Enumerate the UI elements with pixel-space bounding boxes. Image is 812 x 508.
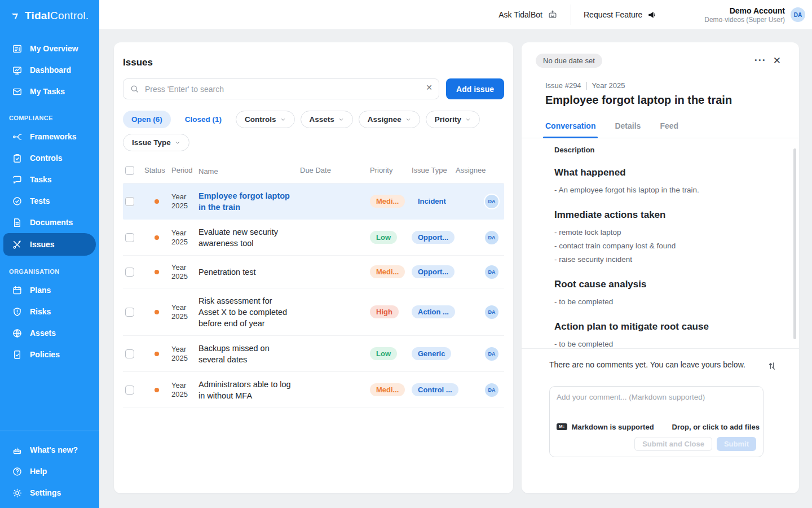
issue-name-link[interactable]: Backups missed on several dates bbox=[198, 343, 300, 365]
section-heading: What happened bbox=[554, 167, 780, 178]
scrollbar-thumb[interactable] bbox=[793, 148, 796, 339]
sidebar-item-tests[interactable]: Tests bbox=[0, 190, 99, 212]
sidebar-item-label: Issues bbox=[30, 240, 55, 249]
filter-closed[interactable]: Closed (1) bbox=[176, 111, 230, 128]
request-feature-button[interactable]: Request Feature bbox=[571, 9, 670, 20]
cake-icon bbox=[12, 445, 23, 456]
issue-number: Issue #294 bbox=[545, 81, 581, 90]
sidebar-item-help[interactable]: Help bbox=[0, 461, 99, 482]
dashboard-icon bbox=[12, 65, 23, 76]
issue-name-link[interactable]: Risk assessment for Asset X to be comple… bbox=[198, 295, 300, 329]
table-row[interactable]: Year 2025 Employee forgot laptop in the … bbox=[123, 183, 504, 220]
chat-bubble-icon bbox=[12, 174, 23, 185]
sidebar-item-issues[interactable]: Issues bbox=[3, 233, 96, 256]
row-checkbox[interactable] bbox=[125, 233, 134, 242]
sidebar-item-frameworks[interactable]: Frameworks bbox=[0, 126, 99, 147]
chevron-down-icon bbox=[465, 117, 471, 122]
description-scroll-area: Description What happened - An employee … bbox=[522, 138, 799, 348]
sidebar-item-label: Tests bbox=[30, 196, 50, 205]
section-line: - An employee forgot his laptop in the t… bbox=[554, 185, 780, 196]
sidebar-item-policies[interactable]: Policies bbox=[0, 344, 99, 365]
issue-type-badge: Incident bbox=[412, 195, 452, 208]
detail-tabs: Conversation Details Feed bbox=[522, 121, 799, 138]
col-header-issue-type: Issue Type bbox=[412, 166, 456, 174]
sort-comments-icon[interactable] bbox=[766, 360, 778, 371]
row-checkbox[interactable] bbox=[125, 197, 134, 206]
filter-assets-dropdown[interactable]: Assets bbox=[301, 111, 353, 128]
table-row[interactable]: Year 2025 Risk assessment for Asset X to… bbox=[123, 288, 504, 336]
add-issue-button[interactable]: Add issue bbox=[446, 78, 504, 99]
issue-name-link[interactable]: Evaluate new security awareness tool bbox=[198, 226, 300, 249]
issue-title: Employee forgot laptop in the train bbox=[545, 94, 785, 107]
more-options-icon[interactable]: ··· bbox=[751, 54, 770, 68]
table-header-row: Status Period Name Due Date Priority Iss… bbox=[123, 164, 504, 183]
search-input[interactable] bbox=[123, 78, 439, 99]
filter-issue-type-dropdown[interactable]: Issue Type bbox=[123, 134, 189, 151]
row-checkbox[interactable] bbox=[125, 386, 134, 395]
ask-tidalbot-button[interactable]: Ask TidalBot bbox=[486, 9, 571, 20]
app-logo[interactable]: TidalControl. bbox=[0, 0, 99, 30]
sidebar-item-documents[interactable]: Documents bbox=[0, 212, 99, 233]
close-icon[interactable]: ✕ bbox=[770, 54, 784, 68]
sidebar-item-plans[interactable]: Plans bbox=[0, 279, 99, 301]
priority-badge: Low bbox=[370, 231, 397, 244]
sidebar-item-tasks[interactable]: Tasks bbox=[0, 169, 99, 190]
select-all-checkbox[interactable] bbox=[125, 166, 134, 175]
account-avatar[interactable]: DA bbox=[791, 7, 805, 22]
sidebar-item-my-overview[interactable]: My Overview bbox=[0, 38, 99, 59]
table-row[interactable]: Year 2025 Evaluate new security awarenes… bbox=[123, 220, 504, 256]
row-checkbox[interactable] bbox=[125, 268, 134, 277]
chevron-down-icon bbox=[280, 117, 286, 122]
status-dot bbox=[155, 388, 159, 392]
sidebar-item-my-tasks[interactable]: My Tasks bbox=[0, 81, 99, 102]
table-row[interactable]: Year 2025 Penetration test Medi... Oppor… bbox=[123, 256, 504, 288]
app-root: TidalControl. My Overview Dashboard My T… bbox=[0, 0, 812, 508]
search-clear-icon[interactable]: ✕ bbox=[426, 83, 433, 92]
robot-icon bbox=[547, 9, 558, 20]
sidebar-item-label: Plans bbox=[30, 286, 51, 295]
tidalcontrol-logo-icon bbox=[10, 11, 21, 21]
col-header-status: Status bbox=[144, 166, 171, 174]
comments-section: There are no comments yet. You can leave… bbox=[522, 348, 799, 457]
issue-name-link[interactable]: Administrators able to log in without MF… bbox=[198, 379, 300, 401]
status-dot bbox=[155, 270, 159, 274]
sidebar-item-settings[interactable]: Settings bbox=[0, 482, 99, 503]
filter-controls-dropdown[interactable]: Controls bbox=[236, 111, 295, 128]
row-checkbox[interactable] bbox=[125, 349, 134, 358]
markdown-hint: Markdown is supported bbox=[572, 423, 654, 431]
clipboard-check-icon bbox=[12, 153, 23, 164]
tab-conversation[interactable]: Conversation bbox=[545, 121, 595, 138]
sidebar-item-whats-new[interactable]: What's new? bbox=[0, 439, 99, 461]
sidebar-nav-organisation: Plans Risks Assets Policies bbox=[0, 279, 99, 365]
markdown-icon: M↓ bbox=[557, 423, 567, 430]
request-feature-label: Request Feature bbox=[584, 10, 642, 19]
filter-assignee-dropdown[interactable]: Assignee bbox=[359, 111, 420, 128]
sidebar-item-label: Controls bbox=[30, 154, 63, 163]
sidebar-item-assets[interactable]: Assets bbox=[0, 322, 99, 344]
filter-priority-dropdown[interactable]: Priority bbox=[426, 111, 480, 128]
assignee-avatar: DA bbox=[485, 195, 498, 208]
ask-tidalbot-label: Ask TidalBot bbox=[498, 10, 542, 19]
submit-button[interactable]: Submit bbox=[717, 437, 756, 451]
table-row[interactable]: Year 2025 Administrators able to log in … bbox=[123, 372, 504, 408]
submit-and-close-button[interactable]: Submit and Close bbox=[634, 437, 712, 451]
table-row[interactable]: Year 2025 Backups missed on several date… bbox=[123, 336, 504, 372]
issue-name-link[interactable]: Penetration test bbox=[198, 266, 300, 278]
row-checkbox[interactable] bbox=[125, 308, 134, 317]
account-info[interactable]: Demo Account Demo-videos (Super User) bbox=[704, 6, 785, 24]
issue-reference: Issue #294 Year 2025 bbox=[545, 81, 785, 90]
tab-details[interactable]: Details bbox=[615, 121, 641, 138]
comment-input[interactable] bbox=[557, 393, 756, 417]
ref-divider bbox=[586, 82, 587, 90]
section-line: - to be completed bbox=[554, 296, 780, 308]
issue-name-link[interactable]: Employee forgot laptop in the train bbox=[198, 190, 300, 213]
add-files-button[interactable]: Drop, or click to add files bbox=[672, 423, 760, 431]
tab-feed[interactable]: Feed bbox=[660, 121, 678, 138]
col-header-period: Period bbox=[171, 166, 198, 175]
sidebar-item-controls[interactable]: Controls bbox=[0, 147, 99, 169]
filter-open[interactable]: Open (6) bbox=[123, 111, 171, 128]
page-title: Issues bbox=[123, 57, 504, 68]
sidebar-item-dashboard[interactable]: Dashboard bbox=[0, 59, 99, 81]
issue-type-badge: Opport... bbox=[412, 231, 454, 244]
sidebar-item-risks[interactable]: Risks bbox=[0, 301, 99, 322]
